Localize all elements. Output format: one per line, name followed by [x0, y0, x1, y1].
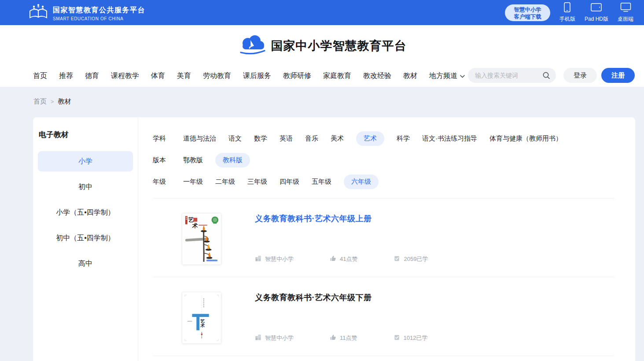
filter-option[interactable]: 科学: [397, 134, 410, 143]
nav-item[interactable]: 体育: [151, 71, 165, 81]
book-row: 艺 术 义务教育教科书·艺术六年级下册: [153, 277, 614, 356]
filter-row-edition: 版本 鄂教版 教科版: [153, 149, 614, 171]
pad-version-link[interactable]: Pad HD版: [585, 2, 608, 23]
nav-item[interactable]: 教改经验: [363, 71, 391, 81]
header-actions: 登录 注册: [468, 68, 635, 83]
book-learned: 1012已学: [394, 334, 428, 342]
building-icon: [255, 255, 261, 263]
nav-item[interactable]: 德育: [85, 71, 99, 81]
desktop-version-label: 桌面端: [618, 15, 633, 23]
book-title[interactable]: 义务教育教科书·艺术六年级上册: [255, 213, 428, 224]
book-likes: 11点赞: [330, 334, 357, 342]
filter-option[interactable]: 四年级: [280, 178, 299, 186]
learned-check-icon: [394, 255, 400, 263]
sidebar-item-junior-54[interactable]: 初中（五•四学制）: [38, 225, 133, 251]
textbook-list-area: 学科 道德与法治 语文 数学 英语 音乐 美术 艺术 科学 语文·书法练习指导 …: [138, 117, 635, 361]
book-source: 智慧中小学: [255, 334, 294, 342]
search-box: [468, 68, 556, 83]
brand-subtitle: SMART EDUCATION OF CHINA: [53, 16, 145, 21]
pad-version-label: Pad HD版: [585, 15, 608, 23]
filter-option[interactable]: 一年级: [183, 178, 203, 186]
sidebar-title: 电子教材: [38, 130, 133, 140]
book-learned-label: 2059已学: [404, 255, 428, 263]
filter-row-grade: 年级 一年级 二年级 三年级 四年级 五年级 六年级: [153, 171, 614, 193]
book-learned-label: 1012已学: [404, 334, 428, 342]
client-download-line1: 智慧中小学: [514, 6, 541, 13]
filter-option[interactable]: 二年级: [215, 178, 235, 186]
filter-option[interactable]: 语文·书法练习指导: [422, 134, 477, 143]
sidebar-item-primary[interactable]: 小学: [38, 151, 133, 171]
book-source-label: 智慧中小学: [265, 334, 294, 342]
page-body: 首页 > 教材 电子教材 小学 初中 小学（五•四学制） 初中（五•四学制） 高…: [0, 87, 644, 361]
book-source-label: 智慧中小学: [265, 255, 294, 263]
filter-option[interactable]: 三年级: [247, 178, 267, 186]
client-download-button[interactable]: 智慧中小学 客户端下载: [505, 4, 550, 21]
thumbs-up-icon: [330, 255, 336, 263]
filter-option[interactable]: 英语: [280, 134, 293, 143]
sidebar-item-junior[interactable]: 初中: [38, 174, 133, 200]
filter-label-edition: 版本: [153, 156, 183, 164]
filter-option-grade6-active[interactable]: 六年级: [344, 175, 379, 189]
login-button[interactable]: 登录: [563, 68, 597, 83]
book-title[interactable]: 义务教育教科书·艺术六年级下册: [255, 292, 427, 303]
breadcrumb-separator: >: [51, 98, 54, 105]
svg-text:术: 术: [191, 222, 198, 229]
nav-item[interactable]: 课程教学: [111, 71, 139, 81]
book-cover[interactable]: 艺 术: [182, 213, 221, 265]
filter-option-art-active[interactable]: 艺术: [356, 131, 384, 146]
divider: [153, 356, 614, 356]
site-header: 国家中小学智慧教育平台 首页 推荐 德育 课程教学 体育 美育 劳动教育 课后服…: [0, 25, 644, 87]
nav-item[interactable]: 家庭教育: [323, 71, 351, 81]
building-icon: [255, 334, 261, 342]
filter-option[interactable]: 数学: [254, 134, 267, 143]
mobile-version-label: 手机版: [559, 15, 575, 23]
topbar-right: 智慧中小学 客户端下载 手机版 Pad HD版 桌面端: [505, 0, 633, 25]
desktop-icon: [620, 2, 631, 14]
main-nav: 首页 推荐 德育 课程教学 体育 美育 劳动教育 课后服务 教师研修 家庭教育 …: [33, 71, 465, 80]
filter-option[interactable]: 美术: [331, 134, 344, 143]
site-logo[interactable]: 国家中小学智慧教育平台: [0, 34, 644, 57]
platform-brand[interactable]: 国家智慧教育公共服务平台 SMART EDUCATION OF CHINA: [28, 3, 145, 23]
nav-dropdown-label: 地方频道: [429, 71, 457, 81]
book-source: 智慧中小学: [255, 255, 294, 263]
nav-item[interactable]: 课后服务: [243, 71, 271, 81]
nav-item[interactable]: 美育: [177, 71, 191, 81]
book-cover[interactable]: 艺 术: [182, 292, 221, 344]
nav-item[interactable]: 首页: [33, 71, 47, 81]
desktop-version-link[interactable]: 桌面端: [618, 2, 633, 23]
content-card: 电子教材 小学 初中 小学（五•四学制） 初中（五•四学制） 高中 学科 道德与…: [33, 117, 635, 361]
filter-option[interactable]: 五年级: [312, 178, 331, 186]
filter-option[interactable]: 鄂教版: [183, 156, 203, 164]
chevron-down-icon: [460, 72, 465, 80]
filter-option[interactable]: 体育与健康（教师用书）: [489, 134, 562, 143]
nav-dropdown-local-channels[interactable]: 地方频道: [429, 71, 465, 81]
filter-option[interactable]: 音乐: [305, 134, 318, 143]
search-icon[interactable]: [542, 71, 550, 81]
nav-item-textbooks[interactable]: 教材: [403, 71, 417, 81]
book-row: 艺 术: [153, 198, 614, 277]
breadcrumb: 首页 > 教材: [33, 97, 71, 106]
phone-icon: [564, 2, 570, 14]
svg-text:艺: 艺: [200, 319, 205, 324]
nav-item[interactable]: 推荐: [59, 71, 73, 81]
nav-item[interactable]: 教师研修: [283, 71, 311, 81]
breadcrumb-home[interactable]: 首页: [33, 97, 47, 106]
sidebar-item-primary-54[interactable]: 小学（五•四学制）: [38, 200, 133, 225]
page: 国家智慧教育公共服务平台 SMART EDUCATION OF CHINA 智慧…: [0, 0, 644, 361]
filter-option-jiaoke-active[interactable]: 教科版: [215, 153, 250, 167]
sidebar: 电子教材 小学 初中 小学（五•四学制） 初中（五•四学制） 高中: [33, 117, 138, 361]
tablet-icon: [591, 2, 602, 14]
thumbs-up-icon: [330, 334, 336, 342]
filter-option[interactable]: 道德与法治: [183, 134, 216, 143]
register-button[interactable]: 注册: [601, 68, 635, 83]
mobile-version-link[interactable]: 手机版: [559, 2, 575, 23]
site-title: 国家中小学智慧教育平台: [271, 38, 407, 54]
nav-item[interactable]: 劳动教育: [203, 71, 231, 81]
client-download-line2: 客户端下载: [514, 13, 541, 20]
book-likes-label: 11点赞: [340, 334, 357, 342]
filter-label-grade: 年级: [153, 178, 183, 186]
breadcrumb-current: 教材: [58, 97, 71, 106]
svg-text:术: 术: [200, 324, 205, 328]
sidebar-item-senior[interactable]: 高中: [38, 251, 133, 276]
filter-option[interactable]: 语文: [228, 134, 242, 143]
